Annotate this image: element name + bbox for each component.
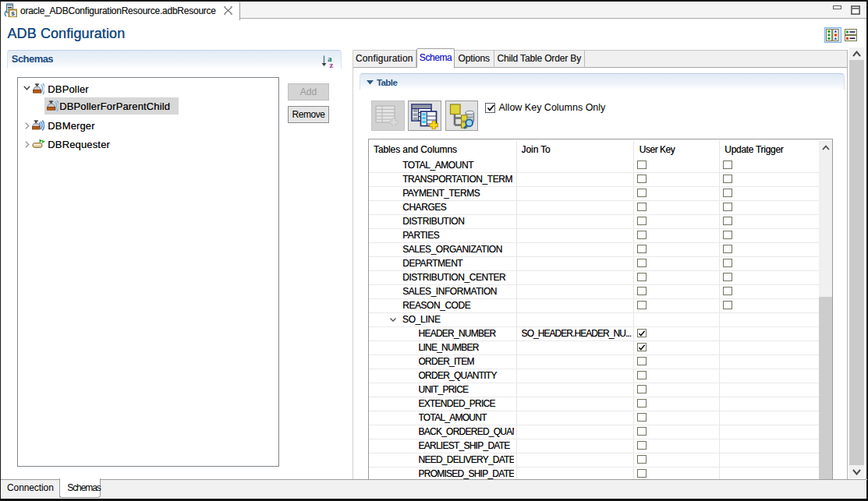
svg-text:z: z	[330, 60, 334, 69]
svg-text:s: s	[11, 9, 15, 17]
